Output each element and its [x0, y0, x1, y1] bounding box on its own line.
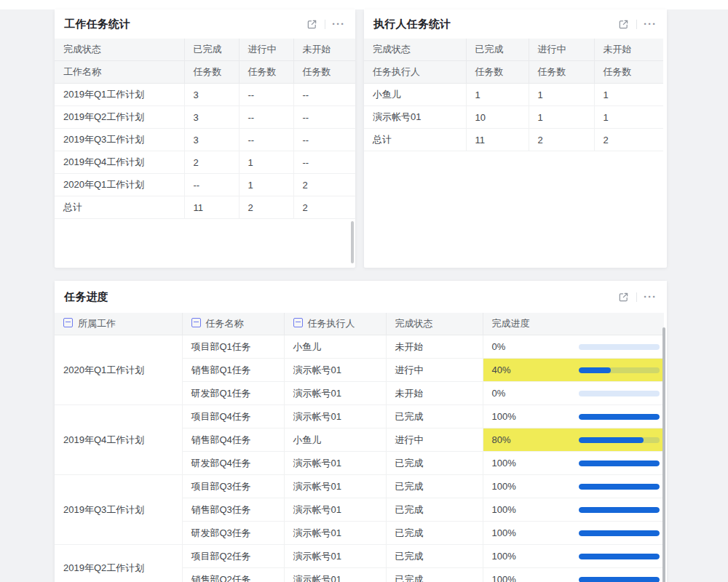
more-icon[interactable]: ··· [332, 17, 345, 31]
progress-percent: 100% [492, 411, 516, 422]
expand-icon[interactable] [305, 17, 318, 31]
pivot-cell[interactable]: 演示帐号01 [364, 106, 466, 129]
pivot-cell[interactable]: 1 [594, 84, 663, 106]
pivot-cell[interactable]: 10 [466, 106, 529, 129]
pivot-cell[interactable]: -- [184, 174, 239, 196]
progress-cell[interactable]: 100% [483, 545, 664, 568]
task-name-cell[interactable]: 销售部Q3任务 [182, 498, 284, 522]
pivot-cell[interactable]: 2 [239, 196, 293, 219]
executor-cell[interactable]: 小鱼儿 [284, 428, 386, 452]
task-name-cell[interactable]: 项目部Q4任务 [182, 405, 284, 428]
task-name-cell[interactable]: 项目部Q2任务 [182, 545, 284, 568]
pivot-cell[interactable]: 3 [184, 106, 239, 129]
progress-cell[interactable]: 100% [483, 475, 664, 498]
collapse-minus-icon[interactable] [63, 318, 73, 327]
pivot-cell[interactable]: 1 [239, 174, 293, 196]
pivot-cell[interactable]: 3 [184, 84, 239, 106]
pivot-cell[interactable]: 2 [293, 174, 355, 196]
pivot-cell[interactable]: 1 [529, 84, 594, 106]
executor-cell[interactable]: 演示帐号01 [284, 568, 386, 582]
pivot-cell[interactable]: 2 [594, 129, 663, 151]
pivot-cell[interactable]: 1 [466, 84, 529, 106]
pivot-cell[interactable]: 11 [466, 129, 529, 151]
progress-cell[interactable]: 80% [483, 428, 664, 452]
pivot-cell[interactable]: 1 [594, 106, 663, 129]
progress-cell[interactable]: 100% [483, 522, 664, 545]
task-name-cell[interactable]: 销售部Q2任务 [182, 568, 284, 582]
progress-cell[interactable]: 100% [483, 568, 664, 582]
column-header-4: 完成进度 [483, 313, 664, 335]
work-group-cell[interactable]: 2020年Q1工作计划 [55, 335, 182, 405]
pivot-cell[interactable]: 2019年Q4工作计划 [55, 151, 184, 174]
more-icon[interactable]: ··· [644, 17, 657, 31]
task-name-cell[interactable]: 研发部Q3任务 [182, 522, 284, 545]
task-name-cell[interactable]: 研发部Q4任务 [182, 452, 284, 475]
pivot-cell[interactable]: 总计 [55, 196, 184, 219]
status-cell[interactable]: 未开始 [386, 335, 483, 359]
pivot-cell[interactable]: 2 [184, 151, 239, 174]
status-cell[interactable]: 已完成 [386, 545, 483, 568]
pivot-cell[interactable]: 2020年Q1工作计划 [55, 174, 184, 196]
progress-cell[interactable]: 100% [483, 498, 664, 522]
status-cell[interactable]: 已完成 [386, 522, 483, 545]
pivot-cell[interactable]: 11 [184, 196, 239, 219]
pivot-cell[interactable]: 2 [529, 129, 594, 151]
collapse-minus-icon[interactable] [293, 318, 303, 327]
task-name-cell[interactable]: 研发部Q1任务 [182, 382, 284, 405]
pivot-cell[interactable]: 1 [239, 151, 293, 174]
column-header-2[interactable]: 任务执行人 [284, 313, 386, 335]
pivot-cell[interactable]: -- [293, 106, 355, 129]
pivot-cell[interactable]: 2019年Q3工作计划 [55, 129, 184, 151]
pivot-cell[interactable]: 2019年Q2工作计划 [55, 106, 184, 129]
pivot-cell[interactable]: 总计 [364, 129, 466, 151]
executor-cell[interactable]: 演示帐号01 [284, 498, 386, 522]
pivot-cell[interactable]: 小鱼儿 [364, 84, 466, 106]
work-group-cell[interactable]: 2019年Q4工作计划 [55, 405, 182, 475]
executor-cell[interactable]: 演示帐号01 [284, 522, 386, 545]
executor-cell[interactable]: 演示帐号01 [284, 359, 386, 382]
status-cell[interactable]: 已完成 [386, 568, 483, 582]
scrollbar-thumb[interactable] [351, 221, 354, 263]
expand-icon[interactable] [617, 17, 630, 31]
status-cell[interactable]: 已完成 [386, 498, 483, 522]
pivot-cell[interactable]: -- [293, 84, 355, 106]
more-icon[interactable]: ··· [644, 290, 657, 303]
executor-cell[interactable]: 小鱼儿 [284, 335, 386, 359]
status-cell[interactable]: 已完成 [386, 452, 483, 475]
progress-cell[interactable]: 0% [483, 335, 664, 359]
progress-cell[interactable]: 100% [483, 405, 664, 428]
executor-cell[interactable]: 演示帐号01 [284, 452, 386, 475]
status-cell[interactable]: 未开始 [386, 382, 483, 405]
task-name-cell[interactable]: 销售部Q4任务 [182, 428, 284, 452]
task-name-cell[interactable]: 项目部Q3任务 [182, 475, 284, 498]
status-cell[interactable]: 已完成 [386, 405, 483, 428]
collapse-minus-icon[interactable] [191, 318, 201, 327]
task-name-cell[interactable]: 销售部Q1任务 [182, 359, 284, 382]
pivot-cell[interactable]: -- [239, 129, 293, 151]
status-cell[interactable]: 进行中 [386, 359, 483, 382]
progress-cell[interactable]: 100% [483, 452, 664, 475]
pivot-cell[interactable]: -- [293, 151, 355, 174]
pivot-cell[interactable]: -- [239, 106, 293, 129]
pivot-cell[interactable]: 1 [529, 106, 594, 129]
work-group-cell[interactable]: 2019年Q3工作计划 [55, 475, 182, 545]
work-group-cell[interactable]: 2019年Q2工作计划 [55, 545, 182, 582]
pivot-cell[interactable]: 3 [184, 129, 239, 151]
status-cell[interactable]: 进行中 [386, 428, 483, 452]
task-name-cell[interactable]: 项目部Q1任务 [182, 335, 284, 359]
status-cell[interactable]: 已完成 [386, 475, 483, 498]
column-header-1[interactable]: 任务名称 [182, 313, 284, 335]
executor-cell[interactable]: 演示帐号01 [284, 382, 386, 405]
executor-cell[interactable]: 演示帐号01 [284, 405, 386, 428]
pivot-cell[interactable]: -- [293, 129, 355, 151]
progress-cell[interactable]: 40% [483, 359, 664, 382]
expand-icon[interactable] [617, 290, 630, 303]
progress-cell[interactable]: 0% [483, 382, 664, 405]
pivot-cell[interactable]: 2019年Q1工作计划 [55, 84, 184, 106]
pivot-cell[interactable]: -- [239, 84, 293, 106]
column-header-0[interactable]: 所属工作 [55, 313, 182, 335]
executor-cell[interactable]: 演示帐号01 [284, 475, 386, 498]
pivot-cell[interactable]: 2 [293, 196, 355, 219]
executor-cell[interactable]: 演示帐号01 [284, 545, 386, 568]
scrollbar-thumb[interactable] [662, 327, 665, 582]
